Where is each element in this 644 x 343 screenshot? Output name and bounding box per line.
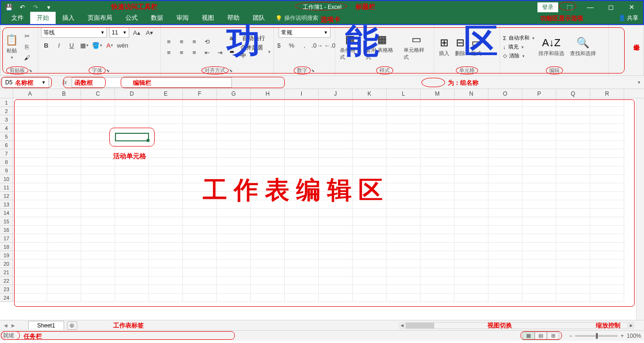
font-name-combo[interactable]: 等线▼ [41, 27, 107, 38]
cell[interactable] [251, 175, 285, 183]
row-header-19[interactable]: 19 [0, 251, 13, 260]
cell[interactable] [353, 251, 387, 260]
cell[interactable] [183, 277, 217, 285]
indent-inc-icon[interactable]: ⇥ [215, 48, 225, 57]
cell[interactable] [590, 98, 624, 107]
cell[interactable] [251, 285, 285, 294]
cell[interactable] [47, 209, 81, 217]
cell[interactable] [81, 183, 115, 192]
cell[interactable] [319, 200, 353, 209]
cell[interactable] [590, 149, 624, 158]
cell[interactable] [488, 294, 522, 302]
cell[interactable] [488, 217, 522, 226]
cell[interactable] [217, 115, 251, 124]
cell[interactable] [47, 141, 81, 149]
cell[interactable] [285, 132, 319, 141]
orientation-icon[interactable]: ⟲ [202, 37, 212, 46]
cell[interactable] [47, 124, 81, 132]
cell[interactable] [353, 200, 387, 209]
cell[interactable] [183, 124, 217, 132]
cell[interactable] [421, 124, 454, 132]
indent-dec-icon[interactable]: ⇤ [202, 48, 212, 57]
cell[interactable] [115, 243, 149, 251]
cell[interactable] [251, 277, 285, 285]
row-header-3[interactable]: 3 [0, 115, 13, 124]
tab-file[interactable]: 文件 [5, 12, 30, 24]
cell[interactable] [251, 192, 285, 200]
cell[interactable] [47, 192, 81, 200]
cell[interactable] [149, 98, 183, 107]
cell[interactable] [488, 192, 522, 200]
cell[interactable] [13, 132, 47, 141]
row-header-12[interactable]: 12 [0, 192, 13, 200]
cell[interactable] [353, 141, 387, 149]
cell[interactable] [488, 209, 522, 217]
row-header-16[interactable]: 16 [0, 226, 13, 234]
tell-me-search[interactable]: 💡操作说明搜索 [275, 14, 318, 24]
cell[interactable] [217, 107, 251, 115]
cell[interactable] [353, 268, 387, 277]
cell[interactable] [454, 243, 488, 251]
cell[interactable] [590, 200, 624, 209]
cell[interactable] [81, 217, 115, 226]
cell[interactable] [285, 175, 319, 183]
cell[interactable] [387, 243, 421, 251]
format-cells-button[interactable]: ▭格式 [469, 36, 483, 58]
cell[interactable] [522, 277, 556, 285]
row-header-4[interactable]: 4 [0, 124, 13, 132]
insert-cells-button[interactable]: ⊞插入 [437, 36, 451, 58]
cell[interactable] [183, 217, 217, 226]
cell[interactable] [387, 277, 421, 285]
cell[interactable] [13, 183, 47, 192]
cell[interactable] [522, 141, 556, 149]
row-header-2[interactable]: 2 [0, 107, 13, 115]
cell[interactable] [556, 209, 590, 217]
cell[interactable] [81, 175, 115, 183]
cell[interactable] [556, 141, 590, 149]
number-format-combo[interactable]: 常规▼ [279, 27, 330, 38]
cell[interactable] [149, 200, 183, 209]
cell[interactable] [13, 200, 47, 209]
cell[interactable] [556, 285, 590, 294]
cell[interactable] [149, 209, 183, 217]
cell[interactable] [454, 115, 488, 124]
cell[interactable] [319, 98, 353, 107]
cell[interactable] [522, 158, 556, 166]
percent-icon[interactable]: % [287, 41, 297, 50]
cell[interactable] [13, 192, 47, 200]
cell[interactable] [454, 158, 488, 166]
cell[interactable] [81, 251, 115, 260]
undo-icon[interactable]: ↶ [16, 2, 28, 12]
border-icon[interactable]: ▦▾ [79, 41, 90, 50]
cell[interactable] [81, 285, 115, 294]
cell[interactable] [13, 141, 47, 149]
cell[interactable] [556, 217, 590, 226]
login-button[interactable]: 登录 [537, 2, 558, 12]
align-right-icon[interactable]: ≡ [189, 48, 199, 57]
cell[interactable] [217, 200, 251, 209]
cell[interactable] [454, 277, 488, 285]
cell[interactable] [115, 217, 149, 226]
cell[interactable] [387, 141, 421, 149]
cell[interactable] [251, 268, 285, 277]
cell[interactable] [387, 158, 421, 166]
cell[interactable] [590, 175, 624, 183]
cell[interactable] [13, 115, 47, 124]
cell[interactable] [488, 166, 522, 175]
cell[interactable] [522, 98, 556, 107]
cell[interactable] [251, 251, 285, 260]
cell[interactable] [387, 234, 421, 243]
cell[interactable] [556, 124, 590, 132]
cell[interactable] [522, 183, 556, 192]
cell[interactable] [454, 166, 488, 175]
cell[interactable] [47, 158, 81, 166]
zoom-out-icon[interactable]: − [569, 333, 572, 339]
cell[interactable] [217, 277, 251, 285]
cell[interactable] [217, 132, 251, 141]
cell[interactable] [319, 107, 353, 115]
cell[interactable] [81, 277, 115, 285]
cell[interactable] [488, 243, 522, 251]
col-header-G[interactable]: G [217, 89, 251, 98]
cell[interactable] [217, 149, 251, 158]
cell[interactable] [149, 294, 183, 302]
